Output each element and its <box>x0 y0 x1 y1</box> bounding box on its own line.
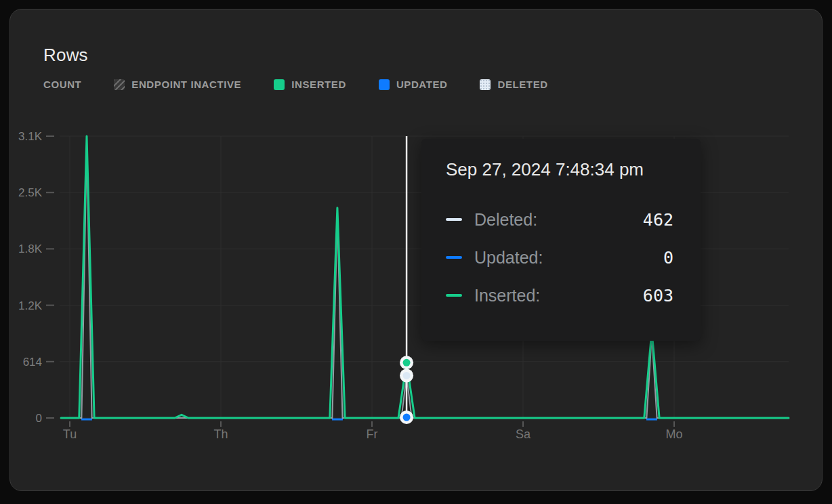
x-tick-label: Sa <box>516 427 531 441</box>
legend-item-count[interactable]: COUNT <box>43 79 81 90</box>
x-tick-label: Fr <box>367 427 378 441</box>
legend-swatch-inserted <box>274 79 285 90</box>
legend-swatch-endpoint-inactive <box>114 79 125 90</box>
x-tick-label: Mo <box>665 427 682 441</box>
tooltip-timestamp: Sep 27, 2024 7:48:34 pm <box>446 159 673 180</box>
y-tick-label: 614 <box>23 356 42 369</box>
tooltip-series-dash <box>446 218 462 221</box>
tooltip-series-label: Inserted: <box>474 286 540 306</box>
legend-label: DELETED <box>497 79 547 90</box>
legend-item-inserted[interactable]: INSERTED <box>274 79 346 90</box>
chart-canvas[interactable]: 3.1K2.5K1.8K1.2K6140TuThFrSaMo <box>0 0 832 504</box>
chart-tooltip: Sep 27, 2024 7:48:34 pm Deleted:462Updat… <box>421 139 701 341</box>
tooltip-series-value: 603 <box>643 286 673 306</box>
chart-legend: COUNTENDPOINT INACTIVEINSERTEDUPDATEDDEL… <box>43 79 548 90</box>
y-tick-label: 0 <box>36 412 42 425</box>
legend-swatch-deleted <box>480 79 491 90</box>
tooltip-series-value: 0 <box>663 248 673 268</box>
y-tick-label: 2.5K <box>18 186 43 199</box>
y-tick-label: 3.1K <box>18 130 43 143</box>
x-tick-label: Tu <box>63 427 77 441</box>
panel-title: Rows <box>43 45 88 66</box>
y-tick-label: 1.2K <box>18 299 43 312</box>
y-tick-label: 1.8K <box>18 243 43 255</box>
x-tick-label: Th <box>213 427 228 441</box>
page: Rows COUNTENDPOINT INACTIVEINSERTEDUPDAT… <box>0 0 832 504</box>
tooltip-row-deleted-: Deleted:462 <box>446 206 673 233</box>
legend-label: INSERTED <box>291 79 346 90</box>
tooltip-row-updated-: Updated:0 <box>446 244 673 271</box>
tooltip-series-dash <box>446 294 462 297</box>
legend-label: UPDATED <box>396 79 448 90</box>
tooltip-rows: Deleted:462Updated:0Inserted:603 <box>446 206 673 309</box>
legend-label: COUNT <box>43 79 81 90</box>
tooltip-series-value: 462 <box>643 210 673 230</box>
tooltip-series-label: Updated: <box>474 248 543 268</box>
tooltip-row-inserted-: Inserted:603 <box>446 282 673 309</box>
tooltip-series-dash <box>446 256 462 259</box>
legend-item-endpoint-inactive[interactable]: ENDPOINT INACTIVE <box>114 79 241 90</box>
legend-swatch-updated <box>379 79 390 90</box>
legend-item-updated[interactable]: UPDATED <box>379 79 448 90</box>
tooltip-series-label: Deleted: <box>474 210 537 230</box>
hover-marker-deleted <box>403 372 411 379</box>
hover-marker-inserted <box>403 359 411 366</box>
hover-marker-updated <box>403 414 411 421</box>
legend-item-deleted[interactable]: DELETED <box>480 79 547 90</box>
legend-label: ENDPOINT INACTIVE <box>131 79 241 90</box>
